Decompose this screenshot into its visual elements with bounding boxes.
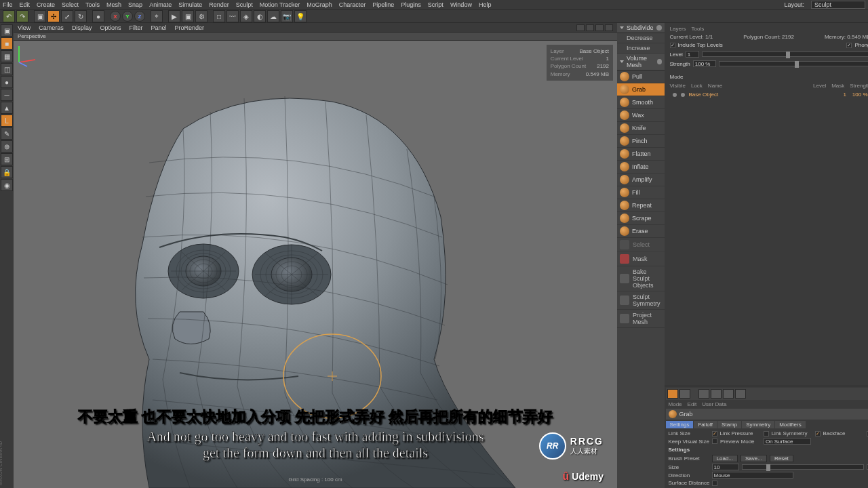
attr-nav-back-icon[interactable]: [667, 389, 678, 399]
coord-system-icon[interactable]: ⌖: [151, 10, 163, 22]
vp-panel[interactable]: Panel: [151, 24, 166, 31]
menu-tools[interactable]: Tools: [85, 1, 100, 8]
make-editable-icon[interactable]: ▣: [1, 24, 13, 37]
deformer-icon[interactable]: ◐: [254, 10, 266, 22]
environment-icon[interactable]: ☁: [267, 10, 279, 22]
menu-mesh[interactable]: Mesh: [106, 1, 121, 8]
subdivide-section[interactable]: Subdivide: [617, 23, 665, 33]
direction-select[interactable]: Mouse: [712, 472, 793, 479]
undo-button[interactable]: ↶: [3, 10, 15, 22]
preset-reset-button[interactable]: Reset: [770, 455, 793, 462]
menu-animate[interactable]: Animate: [149, 1, 172, 8]
vp-maximize-icon[interactable]: [605, 24, 613, 31]
primitive-icon[interactable]: □: [213, 10, 225, 22]
redo-button[interactable]: ↷: [16, 10, 28, 22]
menu-motion-tracker[interactable]: Motion Tracker: [260, 1, 300, 8]
tab-settings[interactable]: Settings: [666, 421, 694, 428]
attr-mode[interactable]: Mode: [669, 401, 682, 407]
vp-orbit-icon[interactable]: [595, 24, 604, 31]
viewport-solo-icon[interactable]: ◉: [1, 179, 13, 191]
render-pv-icon[interactable]: ▣: [182, 10, 194, 22]
brush-amplify[interactable]: Amplify: [617, 174, 665, 186]
poly-mode-icon[interactable]: ▲: [1, 102, 13, 114]
workplane-icon[interactable]: ◫: [1, 63, 13, 75]
texture-mode-icon[interactable]: ▦: [1, 50, 13, 62]
phong-check[interactable]: ✓: [846, 43, 852, 48]
menu-mograph[interactable]: MoGraph: [307, 1, 332, 8]
decrease-button[interactable]: Decrease: [617, 33, 665, 43]
attr-icon-4[interactable]: [735, 389, 746, 399]
scale-tool-icon[interactable]: ⤢: [61, 10, 73, 22]
vp-zoom-icon[interactable]: [586, 24, 594, 31]
level-input[interactable]: [686, 51, 699, 58]
spline-icon[interactable]: 〰: [226, 10, 239, 22]
brush-scrape[interactable]: Scrape: [617, 212, 665, 225]
menu-file[interactable]: File: [3, 1, 13, 8]
vp-prorender[interactable]: ProRender: [174, 24, 204, 31]
vp-display[interactable]: Display: [72, 24, 92, 31]
attr-userdata[interactable]: User Data: [702, 401, 726, 407]
brush-fill[interactable]: Fill: [617, 186, 665, 199]
rotate-tool-icon[interactable]: ↻: [75, 10, 87, 22]
menu-render[interactable]: Render: [209, 1, 229, 8]
tab-falloff[interactable]: Falloff: [694, 421, 717, 428]
axis-y-toggle[interactable]: Y: [122, 11, 133, 22]
brush-smooth[interactable]: Smooth: [617, 96, 665, 109]
link-size-check[interactable]: ✓: [712, 431, 717, 436]
tab-layers[interactable]: Layers: [670, 26, 686, 32]
increase-button[interactable]: Increase: [617, 43, 665, 54]
surface-distance-check[interactable]: [712, 481, 717, 486]
strength-input[interactable]: [693, 60, 716, 67]
brush-pull[interactable]: Pull: [617, 70, 665, 83]
tab-tools[interactable]: Tools: [692, 26, 705, 32]
generator-icon[interactable]: ◈: [240, 10, 252, 22]
point-mode-icon[interactable]: ●: [1, 76, 13, 88]
level-slider[interactable]: [702, 52, 868, 57]
tab-symmetry[interactable]: Symmetry: [742, 421, 774, 428]
menu-window[interactable]: Window: [450, 1, 472, 8]
vp-pan-icon[interactable]: [576, 24, 585, 31]
attr-edit[interactable]: Edit: [688, 401, 697, 407]
axis-z-toggle[interactable]: Z: [134, 11, 145, 22]
keep-visual-check[interactable]: [712, 439, 717, 444]
size-slider[interactable]: [742, 464, 864, 470]
bake-button[interactable]: Bake Sculpt Objects: [617, 266, 665, 291]
menu-character[interactable]: Character: [339, 1, 366, 8]
camera-icon[interactable]: 📷: [281, 10, 293, 22]
attr-icon-2[interactable]: [711, 389, 722, 399]
menu-create[interactable]: Create: [37, 1, 55, 8]
menu-sculpt[interactable]: Sculpt: [236, 1, 253, 8]
link-pressure-check[interactable]: [764, 431, 769, 436]
locked-icon[interactable]: 🔒: [1, 166, 13, 178]
brush-wax[interactable]: Wax: [617, 109, 665, 122]
size-input[interactable]: [712, 464, 739, 470]
layout-select[interactable]: Sculpt: [811, 1, 865, 9]
brush-repeat[interactable]: Repeat: [617, 199, 665, 212]
menu-script[interactable]: Script: [428, 1, 443, 8]
vp-view[interactable]: View: [18, 24, 31, 31]
menu-select[interactable]: Select: [62, 1, 79, 8]
edge-mode-icon[interactable]: ─: [1, 89, 13, 101]
mask-tool[interactable]: Mask: [617, 252, 665, 266]
viewport-3d[interactable]: LayerBase Object Current Level1 Polygon …: [14, 41, 617, 488]
brush-flatten[interactable]: Flatten: [617, 148, 665, 161]
tab-stamp[interactable]: Stamp: [717, 421, 741, 428]
menu-edit[interactable]: Edit: [20, 1, 31, 8]
brush-grab[interactable]: Grab: [617, 83, 665, 96]
project-mesh-button[interactable]: Project Mesh: [617, 310, 665, 328]
preset-save-button[interactable]: Save...: [741, 455, 767, 462]
menu-plugins[interactable]: Plugins: [401, 1, 421, 8]
model-mode-icon[interactable]: ■: [1, 37, 13, 49]
select-tool[interactable]: Select: [617, 238, 665, 252]
live-select-icon[interactable]: ▣: [34, 10, 46, 22]
volume-mesh-section[interactable]: Volume Mesh: [617, 54, 665, 70]
menu-simulate[interactable]: Simulate: [178, 1, 202, 8]
menu-snap[interactable]: Snap: [128, 1, 142, 8]
preview-mode-select[interactable]: On Surface: [764, 438, 811, 445]
brush-erase[interactable]: Erase: [617, 225, 665, 238]
menu-help[interactable]: Help: [479, 1, 492, 8]
vp-options[interactable]: Options: [100, 24, 121, 31]
strength-slider[interactable]: [719, 61, 868, 66]
layer-row[interactable]: Base Object 1 100 %: [670, 90, 868, 99]
menu-pipeline[interactable]: Pipeline: [372, 1, 394, 8]
